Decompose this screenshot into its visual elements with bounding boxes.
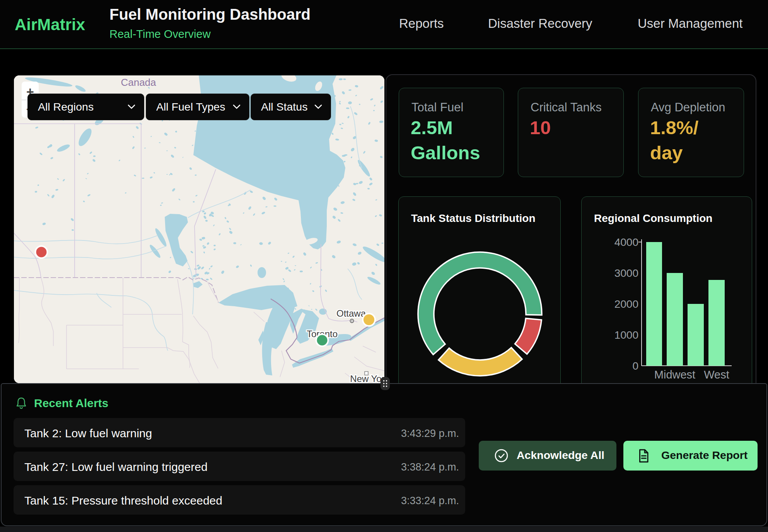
svg-text:0: 0 <box>632 360 638 372</box>
svg-text:3000: 3000 <box>614 267 638 279</box>
svg-text:New York: New York <box>350 373 384 383</box>
svg-text:West: West <box>704 368 729 381</box>
svg-text:1000: 1000 <box>614 329 638 341</box>
svg-text:4000: 4000 <box>614 236 638 248</box>
svg-text:Ottawa: Ottawa <box>336 308 366 319</box>
svg-text:Midwest: Midwest <box>654 368 695 381</box>
svg-text:Canada: Canada <box>121 77 156 88</box>
svg-text:2000: 2000 <box>614 298 638 310</box>
